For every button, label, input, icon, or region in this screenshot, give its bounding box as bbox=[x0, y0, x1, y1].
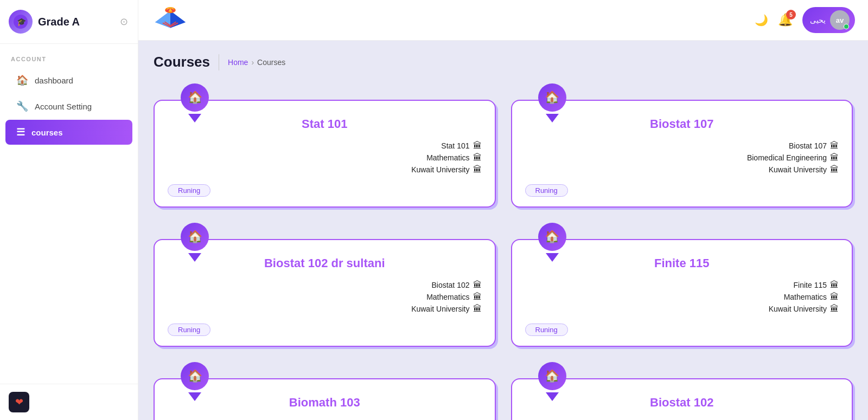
detail-label: Finite 115 bbox=[794, 281, 827, 289]
course-footer-stat101: Runing bbox=[168, 182, 482, 197]
course-title-biostat102: Biostat 102 bbox=[525, 396, 839, 410]
breadcrumb-separator: › bbox=[251, 58, 254, 67]
institution-icon: 🏛 bbox=[830, 292, 839, 302]
pin-home-icon: 🏠 bbox=[538, 362, 566, 390]
course-detail-row: Mathematics🏛 bbox=[426, 153, 481, 163]
breadcrumb: Home › Courses bbox=[228, 58, 285, 67]
course-detail-row: Biomedical Engineering🏛 bbox=[747, 153, 839, 163]
breadcrumb-home[interactable]: Home bbox=[228, 58, 248, 67]
pin-tail bbox=[188, 253, 201, 262]
course-footer-biostat102dr: Runing bbox=[168, 321, 482, 336]
page-title: Courses bbox=[154, 54, 210, 70]
notification-badge: 5 bbox=[786, 10, 796, 20]
course-card-wrap-stat101[interactable]: 🏠 Stat 101Stat 101🏛Mathematics🏛Kuwait Un… bbox=[154, 83, 496, 208]
course-card-pin-biostat102: 🏠 bbox=[538, 362, 566, 396]
pin-tail bbox=[546, 114, 559, 122]
pin-tail bbox=[188, 114, 201, 122]
sidebar-item-label-courses: courses bbox=[31, 128, 63, 137]
institution-icon: 🏛 bbox=[473, 141, 482, 151]
dark-mode-toggle[interactable]: 🌙 bbox=[755, 14, 768, 27]
institution-icon: 🏛 bbox=[830, 280, 839, 290]
institution-icon: 🏛 bbox=[830, 141, 839, 151]
course-card-pin-stat101: 🏠 bbox=[181, 83, 209, 117]
institution-icon: 🏛 bbox=[830, 304, 839, 314]
institution-icon: 🏛 bbox=[473, 280, 482, 290]
pin-home-icon: 🏠 bbox=[181, 83, 209, 112]
course-card-wrap-biostat102dr[interactable]: 🏠 Biostat 102 dr sultaniBiostat 102🏛Math… bbox=[154, 223, 496, 347]
heart-icon: ❤ bbox=[15, 396, 23, 408]
sidebar-item-courses[interactable]: ☰ courses bbox=[5, 120, 132, 145]
home-icon: 🏠 bbox=[16, 74, 28, 86]
course-details-stat101: Stat 101🏛Mathematics🏛Kuwait University🏛 bbox=[168, 141, 482, 175]
sidebar-nav: 🏠 dashboard 🔧 Account Setting ☰ courses bbox=[0, 67, 138, 146]
course-title-biostat102dr: Biostat 102 dr sultani bbox=[168, 256, 482, 270]
course-card-pin-biomath103: 🏠 bbox=[181, 362, 209, 396]
course-detail-row: Kuwait University🏛 bbox=[411, 304, 481, 314]
pin-home-icon: 🏠 bbox=[181, 362, 209, 390]
institution-icon: 🏛 bbox=[473, 153, 482, 163]
course-detail-row: Kuwait University🏛 bbox=[769, 165, 839, 175]
sidebar-item-account-setting[interactable]: 🔧 Account Setting bbox=[5, 94, 132, 119]
sidebar-bottom-button[interactable]: ❤ bbox=[9, 392, 29, 412]
course-status-badge-biostat107: Runing bbox=[525, 184, 568, 197]
detail-label: Mathematics bbox=[426, 293, 469, 301]
page-header: Courses Home › Courses bbox=[154, 54, 853, 70]
topbar-actions: 🌙 🔔 5 يحيى av bbox=[755, 7, 855, 33]
course-title-biostat107: Biostat 107 bbox=[525, 117, 839, 131]
course-detail-row: Stat 101🏛 bbox=[441, 141, 481, 151]
course-title-finite115: Finite 115 bbox=[525, 256, 839, 270]
detail-label: Mathematics bbox=[426, 153, 469, 162]
topbar: 🌙 🔔 5 يحيى av bbox=[138, 0, 868, 41]
course-card-wrap-biostat102[interactable]: 🏠 Biostat 102Runing bbox=[511, 362, 853, 420]
course-footer-finite115: Runing bbox=[525, 321, 839, 336]
institution-icon: 🏛 bbox=[830, 165, 839, 175]
detail-label: Kuwait University bbox=[411, 165, 469, 174]
course-card-wrap-finite115[interactable]: 🏠 Finite 115Finite 115🏛Mathematics🏛Kuwai… bbox=[511, 223, 853, 347]
course-details-biostat102dr: Biostat 102🏛Mathematics🏛Kuwait Universit… bbox=[168, 280, 482, 314]
pin-home-icon: 🏠 bbox=[538, 223, 566, 251]
detail-label: Kuwait University bbox=[769, 305, 827, 313]
course-detail-row: Biostat 107🏛 bbox=[789, 141, 839, 151]
sidebar-bottom: ❤ bbox=[0, 384, 138, 420]
sidebar-logo-icon: 🎓 bbox=[9, 10, 33, 34]
breadcrumb-current: Courses bbox=[257, 58, 285, 67]
main-content: 🌙 🔔 5 يحيى av Courses Home › Course bbox=[138, 0, 868, 420]
courses-grid: 🏠 Stat 101Stat 101🏛Mathematics🏛Kuwait Un… bbox=[154, 83, 853, 420]
course-title-stat101: Stat 101 bbox=[168, 117, 482, 131]
list-icon: ☰ bbox=[16, 126, 25, 138]
course-card-pin-biostat107: 🏠 bbox=[538, 83, 566, 117]
detail-label: Kuwait University bbox=[411, 305, 469, 313]
course-detail-row: Biostat 102🏛 bbox=[431, 280, 481, 290]
user-menu-button[interactable]: يحيى av bbox=[802, 7, 855, 33]
course-card-wrap-biomath103[interactable]: 🏠 Biomath 103Runing bbox=[154, 362, 496, 420]
detail-label: Stat 101 bbox=[441, 141, 469, 150]
course-status-badge-stat101: Runing bbox=[168, 184, 210, 197]
course-card-wrap-biostat107[interactable]: 🏠 Biostat 107Biostat 107🏛Biomedical Engi… bbox=[511, 83, 853, 208]
detail-label: Biostat 107 bbox=[789, 141, 827, 150]
topbar-logo bbox=[151, 5, 189, 35]
course-status-badge-finite115: Runing bbox=[525, 324, 568, 336]
course-details-biostat107: Biostat 107🏛Biomedical Engineering🏛Kuwai… bbox=[525, 141, 839, 175]
detail-label: Kuwait University bbox=[769, 165, 827, 174]
sidebar-item-label-account-setting: Account Setting bbox=[35, 102, 92, 111]
gear-icon[interactable]: ⊙ bbox=[120, 16, 128, 28]
institution-icon: 🏛 bbox=[473, 292, 482, 302]
page-area: Courses Home › Courses 🏠 Stat 101Stat 10… bbox=[138, 41, 868, 420]
sidebar-item-dashboard[interactable]: 🏠 dashboard bbox=[5, 68, 132, 93]
header-divider bbox=[219, 54, 219, 70]
course-detail-row: Kuwait University🏛 bbox=[411, 165, 481, 175]
notification-bell-button[interactable]: 🔔 5 bbox=[778, 13, 793, 27]
detail-label: Mathematics bbox=[784, 293, 827, 301]
course-card-pin-biostat102dr: 🏠 bbox=[181, 223, 209, 256]
svg-text:🎓: 🎓 bbox=[17, 17, 27, 27]
avatar-initials: av bbox=[836, 16, 844, 24]
detail-label: Biomedical Engineering bbox=[747, 153, 827, 162]
course-card-pin-finite115: 🏠 bbox=[538, 223, 566, 256]
online-status-dot bbox=[844, 24, 849, 29]
course-status-badge-biostat102dr: Runing bbox=[168, 324, 210, 336]
course-detail-row: Finite 115🏛 bbox=[794, 280, 839, 290]
pin-home-icon: 🏠 bbox=[181, 223, 209, 251]
detail-label: Biostat 102 bbox=[431, 281, 469, 289]
user-display-name: يحيى bbox=[810, 16, 826, 24]
sidebar-section-account: ACCOUNT bbox=[0, 44, 138, 67]
